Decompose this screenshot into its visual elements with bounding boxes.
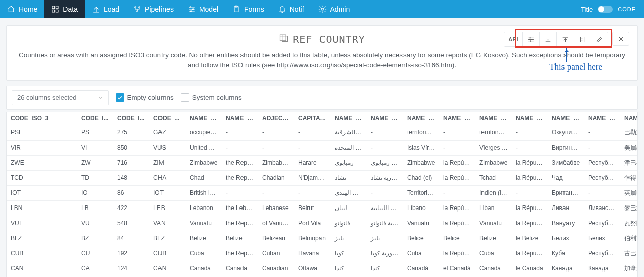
- column-header[interactable]: NAME_S...: [475, 112, 512, 125]
- table-row[interactable]: TCDTD148CHAChadthe RepublicChadianN'Djam…: [7, 170, 638, 185]
- table-cell: Indien (le Terr: [475, 185, 512, 200]
- table-cell: CU: [77, 246, 113, 261]
- download-button[interactable]: [539, 32, 556, 46]
- nav-notif[interactable]: Notif: [271, 0, 311, 18]
- table-cell: Belice: [439, 231, 475, 246]
- table-cell: 422: [113, 200, 149, 216]
- flow-icon: [133, 5, 141, 13]
- table-row[interactable]: LBNLB422LEBLebanonthe LebaneseLebaneseBe…: [7, 200, 638, 216]
- table-cell: el Canadá: [439, 261, 475, 276]
- columns-select[interactable]: 26 columns selected: [12, 90, 109, 105]
- table-cell: -: [258, 125, 294, 140]
- column-header[interactable]: NAME_S...: [331, 112, 367, 125]
- table-cell: -: [222, 125, 258, 140]
- nav-data[interactable]: Data: [44, 0, 85, 18]
- table-cell: of Vanuatu, V: [258, 216, 294, 231]
- column-header[interactable]: NAME_F...: [222, 112, 258, 125]
- table-cell: 275: [113, 125, 149, 140]
- table-cell: Canada: [475, 261, 512, 276]
- table-row[interactable]: ZWEZW716ZIMZimbabwethe RepublicZimbabwea…: [7, 155, 638, 170]
- table-cell: Havana: [294, 246, 331, 261]
- column-header[interactable]: NAME_S...: [548, 112, 584, 125]
- nav-pipelines[interactable]: Pipelines: [126, 0, 181, 18]
- table-cell: 黎巴嫩: [620, 200, 638, 216]
- table-cell: IOT: [7, 185, 77, 200]
- table-cell: 伯利兹: [620, 231, 638, 246]
- skip-button[interactable]: [574, 32, 591, 46]
- data-table-wrap: CODE_ISO_3CODE_I...CODE_I...CODE_...NAME…: [6, 112, 638, 278]
- table-cell: -: [439, 185, 475, 200]
- table-cell: occupied Pal: [186, 125, 222, 140]
- table-row[interactable]: BLZBZ84BLZBelizeBelizeBelizeanBelmopanبل…: [7, 231, 638, 246]
- annotation-text: This panel here: [549, 62, 602, 72]
- column-header[interactable]: NAME_F...: [512, 112, 548, 125]
- nav-label: Notif: [290, 5, 304, 13]
- table-row[interactable]: VUTVU548VANVanuatuthe Republicof Vanuatu…: [7, 216, 638, 231]
- table-cell: Canadian: [258, 261, 294, 276]
- configure-button[interactable]: [522, 32, 539, 46]
- column-header[interactable]: CODE_...: [149, 112, 186, 125]
- table-cell: -: [367, 140, 403, 155]
- table-cell: 美属维尔京群: [620, 140, 638, 155]
- table-cell: la República: [439, 200, 475, 216]
- column-header[interactable]: NAME_S...: [620, 112, 638, 125]
- nav-home[interactable]: Home: [0, 0, 44, 18]
- table-cell: Belmopan: [294, 231, 331, 246]
- table-cell: Canada: [222, 261, 258, 276]
- table-cell: Zimbabwe: [403, 155, 439, 170]
- table-cell: la République: [512, 200, 548, 216]
- column-header[interactable]: NAME_F...: [439, 112, 475, 125]
- table-cell: 津巴布韦: [620, 155, 638, 170]
- table-cell: la République: [512, 155, 548, 170]
- table-cell: 加拿大: [620, 261, 638, 276]
- table-cell: Chad: [186, 170, 222, 185]
- edit-button[interactable]: [591, 32, 608, 46]
- page-description: Countries or areas with an assigned ISO3…: [16, 50, 628, 71]
- column-header[interactable]: NAME_S...: [403, 112, 439, 125]
- table-cell: Belize: [475, 231, 512, 246]
- title-toggle[interactable]: [598, 6, 613, 13]
- column-header[interactable]: CODE_I...: [113, 112, 149, 125]
- table-row[interactable]: IOTIO86IOTBritish Indian---ي في المحيط ا…: [7, 185, 638, 200]
- column-header[interactable]: NAME_S...: [186, 112, 222, 125]
- table-row[interactable]: CUBCU192CUBCubathe RepublicCubanHavanaكو…: [7, 246, 638, 261]
- table-cell: 瓦努阿图: [620, 216, 638, 231]
- table-row[interactable]: VIRVI850VUSUnited States---مة للولايات ا…: [7, 140, 638, 155]
- system-columns-checkbox[interactable]: System columns: [181, 93, 242, 102]
- table-cell: VU: [77, 216, 113, 231]
- nav-model[interactable]: Model: [181, 0, 225, 18]
- grid-icon: [51, 5, 59, 13]
- table-cell: Belice: [403, 231, 439, 246]
- table-body: PSEPS275GAZoccupied Pal---فيها القدس الش…: [7, 125, 638, 277]
- svg-rect-1: [56, 6, 59, 9]
- table-cell: 84: [113, 231, 149, 246]
- close-button[interactable]: [612, 32, 629, 46]
- upload-button[interactable]: [556, 32, 574, 46]
- nav-label: Forms: [244, 5, 264, 13]
- table-cell: بليز: [367, 231, 403, 246]
- empty-columns-checkbox[interactable]: Empty columns: [116, 93, 174, 102]
- table-row[interactable]: CANCA124CANCanadaCanadaCanadianOttawaكند…: [7, 261, 638, 276]
- nav-forms[interactable]: Forms: [225, 0, 271, 18]
- table-cell: -: [294, 125, 331, 140]
- nav-admin[interactable]: Admin: [311, 0, 357, 18]
- nav-label: Model: [199, 5, 218, 13]
- column-header[interactable]: NAME_F...: [584, 112, 620, 125]
- column-header[interactable]: NAME_F...: [367, 112, 403, 125]
- column-header[interactable]: CODE_ISO_3: [7, 112, 77, 125]
- table-cell: Belizean: [258, 231, 294, 246]
- table-cell: -: [222, 140, 258, 155]
- nav-load[interactable]: Load: [85, 0, 126, 18]
- table-cell: لبنان: [331, 200, 367, 216]
- table-row[interactable]: PSEPS275GAZoccupied Pal---فيها القدس الش…: [7, 125, 638, 140]
- api-button[interactable]: API: [504, 32, 522, 46]
- nav-label: Load: [104, 5, 119, 13]
- column-header[interactable]: CAPITA...: [294, 112, 331, 125]
- column-header[interactable]: CODE_I...: [77, 112, 113, 125]
- table-cell: la República: [439, 155, 475, 170]
- table-cell: Liban: [475, 200, 512, 216]
- table-cell: British Indian: [186, 185, 222, 200]
- column-header[interactable]: ADJECTI...: [258, 112, 294, 125]
- clipboard-icon: [232, 5, 240, 13]
- table-cell: Виргинские о: [548, 140, 584, 155]
